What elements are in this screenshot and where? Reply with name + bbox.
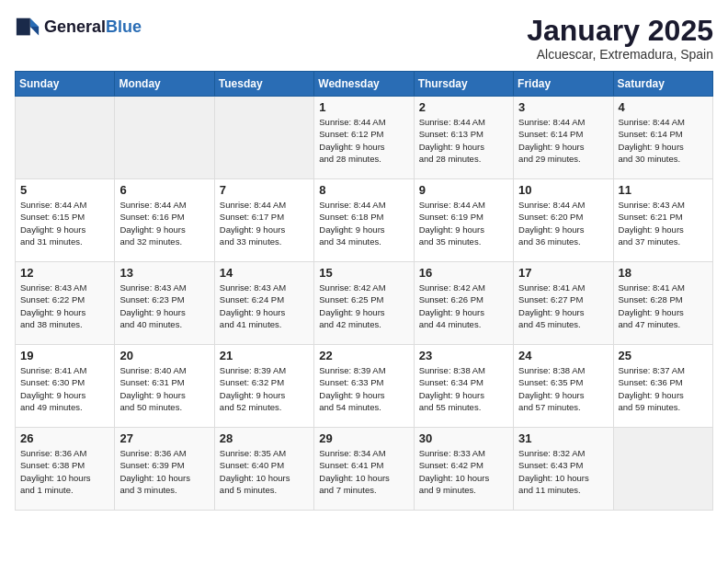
day-info: Sunrise: 8:44 AM Sunset: 6:19 PM Dayligh… (419, 199, 508, 247)
day-info: Sunrise: 8:43 AM Sunset: 6:23 PM Dayligh… (119, 282, 209, 330)
day-number: 20 (119, 349, 209, 362)
day-number: 29 (319, 431, 408, 445)
calendar-cell: 10Sunrise: 8:44 AM Sunset: 6:20 PM Dayli… (514, 179, 613, 262)
day-number: 7 (220, 183, 309, 197)
calendar-cell: 6Sunrise: 8:44 AM Sunset: 6:16 PM Daylig… (115, 179, 214, 262)
calendar-cell: 25Sunrise: 8:37 AM Sunset: 6:36 PM Dayli… (613, 345, 712, 428)
day-number: 3 (518, 100, 608, 114)
calendar-week-row: 1Sunrise: 8:44 AM Sunset: 6:12 PM Daylig… (16, 97, 713, 179)
day-info: Sunrise: 8:44 AM Sunset: 6:13 PM Dayligh… (419, 116, 508, 165)
day-info: Sunrise: 8:36 AM Sunset: 6:39 PM Dayligh… (119, 447, 209, 496)
day-info: Sunrise: 8:43 AM Sunset: 6:21 PM Dayligh… (619, 199, 708, 247)
day-info: Sunrise: 8:41 AM Sunset: 6:30 PM Dayligh… (20, 364, 109, 413)
logo: General Blue (15, 15, 142, 40)
day-number: 19 (20, 349, 109, 362)
day-number: 24 (518, 349, 608, 362)
logo-icon (15, 15, 40, 40)
day-number: 10 (518, 183, 608, 197)
calendar-cell (613, 428, 712, 511)
calendar-cell: 1Sunrise: 8:44 AM Sunset: 6:12 PM Daylig… (314, 97, 414, 179)
calendar-cell: 27Sunrise: 8:36 AM Sunset: 6:39 PM Dayli… (115, 428, 214, 511)
calendar-cell: 8Sunrise: 8:44 AM Sunset: 6:18 PM Daylig… (314, 179, 414, 262)
weekday-header: Monday (115, 72, 214, 97)
day-number: 30 (419, 431, 508, 445)
calendar-cell: 21Sunrise: 8:39 AM Sunset: 6:32 PM Dayli… (214, 345, 313, 428)
calendar-cell: 28Sunrise: 8:35 AM Sunset: 6:40 PM Dayli… (214, 428, 313, 511)
calendar-cell: 16Sunrise: 8:42 AM Sunset: 6:26 PM Dayli… (414, 262, 513, 345)
day-info: Sunrise: 8:42 AM Sunset: 6:26 PM Dayligh… (419, 282, 508, 330)
day-info: Sunrise: 8:34 AM Sunset: 6:41 PM Dayligh… (319, 447, 408, 496)
calendar-cell: 24Sunrise: 8:38 AM Sunset: 6:35 PM Dayli… (514, 345, 613, 428)
day-number: 27 (119, 431, 209, 445)
day-number: 9 (419, 183, 508, 197)
day-info: Sunrise: 8:44 AM Sunset: 6:14 PM Dayligh… (619, 116, 708, 165)
day-info: Sunrise: 8:41 AM Sunset: 6:27 PM Dayligh… (518, 282, 608, 330)
calendar-cell: 2Sunrise: 8:44 AM Sunset: 6:13 PM Daylig… (414, 97, 513, 179)
day-info: Sunrise: 8:32 AM Sunset: 6:43 PM Dayligh… (518, 447, 608, 496)
day-number: 8 (319, 183, 408, 197)
weekday-header: Sunday (16, 72, 115, 97)
location-title: Alcuescar, Extremadura, Spain (527, 47, 713, 62)
day-number: 6 (119, 183, 209, 197)
calendar-cell: 30Sunrise: 8:33 AM Sunset: 6:42 PM Dayli… (414, 428, 513, 511)
day-number: 22 (319, 349, 408, 362)
day-number: 18 (619, 266, 708, 280)
calendar-cell: 11Sunrise: 8:43 AM Sunset: 6:21 PM Dayli… (613, 179, 712, 262)
calendar-cell: 7Sunrise: 8:44 AM Sunset: 6:17 PM Daylig… (214, 179, 313, 262)
calendar-cell (115, 97, 214, 179)
day-number: 28 (220, 431, 309, 445)
calendar-cell: 12Sunrise: 8:43 AM Sunset: 6:22 PM Dayli… (16, 262, 115, 345)
calendar-cell: 19Sunrise: 8:41 AM Sunset: 6:30 PM Dayli… (16, 345, 115, 428)
day-info: Sunrise: 8:44 AM Sunset: 6:12 PM Dayligh… (319, 116, 408, 165)
weekday-header: Wednesday (314, 72, 414, 97)
calendar-cell: 14Sunrise: 8:43 AM Sunset: 6:24 PM Dayli… (214, 262, 313, 345)
day-number: 21 (220, 349, 309, 362)
day-number: 4 (619, 100, 708, 114)
day-info: Sunrise: 8:37 AM Sunset: 6:36 PM Dayligh… (619, 364, 708, 413)
calendar-week-row: 5Sunrise: 8:44 AM Sunset: 6:15 PM Daylig… (16, 179, 713, 262)
day-info: Sunrise: 8:44 AM Sunset: 6:18 PM Dayligh… (319, 199, 408, 247)
day-info: Sunrise: 8:33 AM Sunset: 6:42 PM Dayligh… (419, 447, 508, 496)
day-info: Sunrise: 8:43 AM Sunset: 6:24 PM Dayligh… (220, 282, 309, 330)
calendar-cell (16, 97, 115, 179)
day-info: Sunrise: 8:44 AM Sunset: 6:15 PM Dayligh… (20, 199, 109, 247)
day-number: 1 (319, 100, 408, 114)
day-info: Sunrise: 8:36 AM Sunset: 6:38 PM Dayligh… (20, 447, 109, 496)
day-info: Sunrise: 8:38 AM Sunset: 6:34 PM Dayligh… (419, 364, 508, 413)
day-number: 31 (518, 431, 608, 445)
calendar-cell: 5Sunrise: 8:44 AM Sunset: 6:15 PM Daylig… (16, 179, 115, 262)
calendar-cell: 9Sunrise: 8:44 AM Sunset: 6:19 PM Daylig… (414, 179, 513, 262)
calendar-cell (214, 97, 313, 179)
calendar-cell: 20Sunrise: 8:40 AM Sunset: 6:31 PM Dayli… (115, 345, 214, 428)
calendar-cell: 26Sunrise: 8:36 AM Sunset: 6:38 PM Dayli… (16, 428, 115, 511)
day-info: Sunrise: 8:39 AM Sunset: 6:32 PM Dayligh… (220, 364, 309, 413)
day-info: Sunrise: 8:44 AM Sunset: 6:14 PM Dayligh… (518, 116, 608, 165)
day-number: 25 (619, 349, 708, 362)
day-info: Sunrise: 8:44 AM Sunset: 6:16 PM Dayligh… (119, 199, 209, 247)
day-number: 12 (20, 266, 109, 280)
day-number: 23 (419, 349, 508, 362)
day-info: Sunrise: 8:41 AM Sunset: 6:28 PM Dayligh… (619, 282, 708, 330)
day-info: Sunrise: 8:42 AM Sunset: 6:25 PM Dayligh… (319, 282, 408, 330)
calendar-week-row: 26Sunrise: 8:36 AM Sunset: 6:38 PM Dayli… (16, 428, 713, 511)
logo-general: General (44, 18, 106, 37)
weekday-header-row: SundayMondayTuesdayWednesdayThursdayFrid… (16, 72, 713, 97)
calendar-week-row: 12Sunrise: 8:43 AM Sunset: 6:22 PM Dayli… (16, 262, 713, 345)
logo-blue: Blue (106, 18, 142, 37)
day-number: 16 (419, 266, 508, 280)
day-info: Sunrise: 8:39 AM Sunset: 6:33 PM Dayligh… (319, 364, 408, 413)
day-number: 14 (220, 266, 309, 280)
weekday-header: Thursday (414, 72, 513, 97)
day-number: 2 (419, 100, 508, 114)
weekday-header: Saturday (613, 72, 712, 97)
day-info: Sunrise: 8:44 AM Sunset: 6:20 PM Dayligh… (518, 199, 608, 247)
day-number: 11 (619, 183, 708, 197)
page-header: General Blue January 2025 Alcuescar, Ext… (15, 15, 713, 62)
day-number: 13 (119, 266, 209, 280)
day-info: Sunrise: 8:35 AM Sunset: 6:40 PM Dayligh… (220, 447, 309, 496)
calendar-week-row: 19Sunrise: 8:41 AM Sunset: 6:30 PM Dayli… (16, 345, 713, 428)
day-info: Sunrise: 8:38 AM Sunset: 6:35 PM Dayligh… (518, 364, 608, 413)
calendar-cell: 17Sunrise: 8:41 AM Sunset: 6:27 PM Dayli… (514, 262, 613, 345)
month-title: January 2025 (527, 15, 713, 47)
calendar-cell: 22Sunrise: 8:39 AM Sunset: 6:33 PM Dayli… (314, 345, 414, 428)
